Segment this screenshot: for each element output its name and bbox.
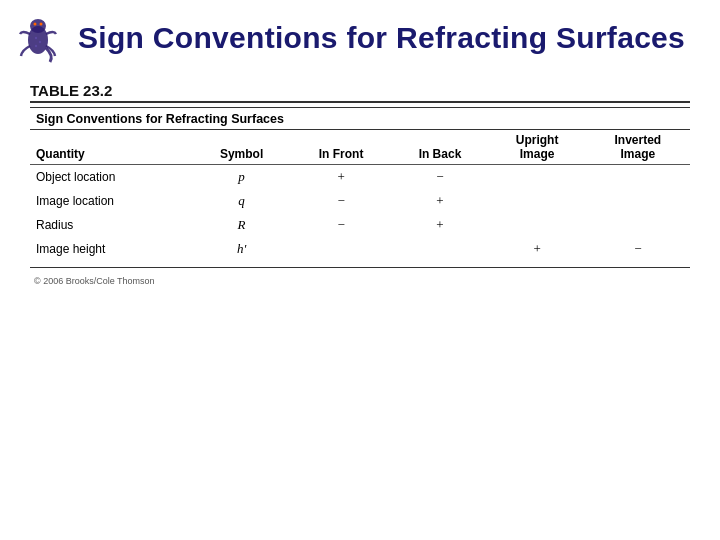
- logo: [12, 12, 64, 64]
- table-label: TABLE 23.2: [30, 82, 690, 103]
- cell-quantity: Image height: [30, 237, 192, 261]
- col-header-in-front: In Front: [291, 130, 392, 165]
- cell-upright-image: +: [489, 237, 586, 261]
- cell-inverted-image: [586, 189, 690, 213]
- cell-in-front: −: [291, 213, 392, 237]
- cell-quantity: Radius: [30, 213, 192, 237]
- svg-point-3: [40, 23, 43, 26]
- cell-in-back: −: [391, 165, 488, 190]
- svg-point-1: [30, 19, 46, 33]
- svg-point-2: [34, 23, 37, 26]
- col-header-upright-image: UprightImage: [489, 130, 586, 165]
- cell-symbol: R: [192, 213, 290, 237]
- col-header-quantity: Quantity: [30, 130, 192, 165]
- sign-conventions-table: Sign Conventions for Refracting Surfaces…: [30, 107, 690, 261]
- cell-quantity: Image location: [30, 189, 192, 213]
- table-row: Image locationq−+: [30, 189, 690, 213]
- cell-quantity: Object location: [30, 165, 192, 190]
- col-header-inverted-image: InvertedImage: [586, 130, 690, 165]
- column-header-row: Quantity Symbol In Front In Back Upright…: [30, 130, 690, 165]
- svg-point-4: [35, 37, 37, 39]
- svg-point-6: [35, 45, 37, 47]
- table-section-title: Sign Conventions for Refracting Surfaces: [30, 108, 690, 130]
- col-header-in-back: In Back: [391, 130, 488, 165]
- cell-in-back: +: [391, 189, 488, 213]
- cell-in-front: [291, 237, 392, 261]
- table-section-header-row: Sign Conventions for Refracting Surfaces: [30, 108, 690, 130]
- cell-inverted-image: [586, 165, 690, 190]
- cell-upright-image: [489, 213, 586, 237]
- bottom-rule: [30, 267, 690, 268]
- copyright: © 2006 Brooks/Cole Thomson: [30, 276, 690, 286]
- cell-in-back: +: [391, 213, 488, 237]
- cell-upright-image: [489, 165, 586, 190]
- cell-in-front: −: [291, 189, 392, 213]
- cell-symbol: h′: [192, 237, 290, 261]
- cell-upright-image: [489, 189, 586, 213]
- cell-in-front: +: [291, 165, 392, 190]
- svg-point-5: [39, 41, 41, 43]
- cell-inverted-image: −: [586, 237, 690, 261]
- main-content: TABLE 23.2 Sign Conventions for Refracti…: [0, 72, 720, 306]
- col-header-symbol: Symbol: [192, 130, 290, 165]
- table-row: RadiusR−+: [30, 213, 690, 237]
- cell-in-back: [391, 237, 488, 261]
- cell-symbol: q: [192, 189, 290, 213]
- table-row: Object locationp+−: [30, 165, 690, 190]
- cell-symbol: p: [192, 165, 290, 190]
- page-title: Sign Conventions for Refracting Surfaces: [78, 21, 685, 55]
- table-row: Image heighth′+−: [30, 237, 690, 261]
- cell-inverted-image: [586, 213, 690, 237]
- page-header: Sign Conventions for Refracting Surfaces: [0, 0, 720, 72]
- table-body: Object locationp+−Image locationq−+Radiu…: [30, 165, 690, 262]
